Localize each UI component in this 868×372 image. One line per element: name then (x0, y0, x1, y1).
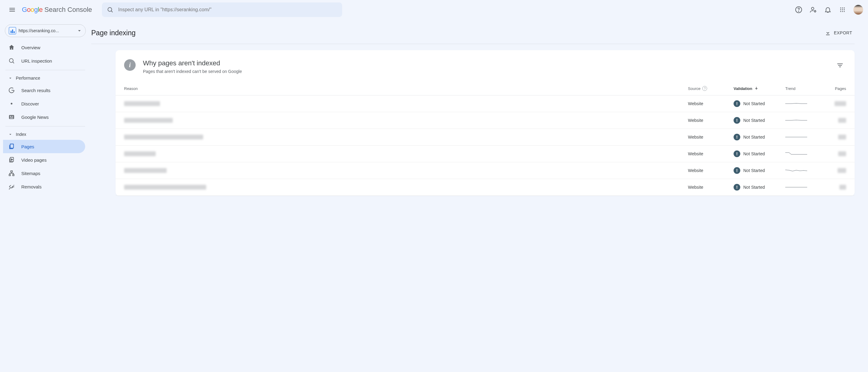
svg-point-5 (840, 8, 841, 8)
notifications-button[interactable] (822, 4, 834, 16)
svg-point-13 (844, 11, 845, 12)
news-icon (8, 114, 15, 121)
sidebar-item-url-inspection[interactable]: URL inspection (3, 54, 85, 67)
chevron-down-icon (8, 76, 13, 80)
download-icon (825, 30, 831, 36)
property-selector[interactable]: https://seranking.co... (5, 24, 86, 37)
svg-point-7 (844, 8, 845, 8)
svg-rect-20 (12, 116, 13, 116)
sidebar-item-removals[interactable]: Removals (3, 180, 85, 193)
column-header-reason[interactable]: Reason (124, 86, 688, 91)
warning-icon: ! (734, 100, 740, 107)
table-row[interactable]: Website !Not Started (116, 179, 855, 196)
sidebar-item-google-news[interactable]: Google News (3, 110, 85, 124)
cell-validation: !Not Started (734, 167, 765, 174)
search-bar[interactable] (102, 2, 342, 17)
search-input[interactable] (118, 7, 340, 12)
sidebar-item-label: Pages (21, 144, 34, 149)
sidebar-section-label: Index (16, 132, 26, 137)
column-header-pages[interactable]: Pages (828, 86, 846, 91)
removals-icon (8, 183, 15, 190)
not-indexed-card: i Why pages aren't indexed Pages that ar… (116, 50, 855, 196)
sidebar-item-video-pages[interactable]: Video pages (3, 153, 85, 167)
sparkline (785, 134, 828, 140)
sidebar-item-label: URL inspection (21, 58, 52, 64)
export-button[interactable]: EXPORT (823, 28, 855, 38)
sidebar-section-index[interactable]: Index (3, 129, 88, 140)
redacted-reason (124, 151, 156, 156)
sidebar-item-sitemaps[interactable]: Sitemaps (3, 167, 85, 180)
sparkline (785, 117, 828, 124)
svg-point-12 (842, 11, 843, 12)
redacted-pages (838, 168, 846, 173)
help-icon[interactable]: ? (702, 86, 707, 91)
column-header-validation[interactable]: Validation (734, 86, 785, 91)
chevron-down-icon (76, 28, 83, 34)
sidebar-item-label: Overview (21, 45, 40, 50)
column-header-source[interactable]: Source ? (688, 86, 734, 91)
sparkline (785, 184, 828, 190)
sidebar-item-label: Search results (21, 88, 51, 93)
svg-rect-26 (13, 174, 14, 176)
search-icon (8, 58, 15, 64)
table-row[interactable]: Website !Not Started (116, 112, 855, 129)
warning-icon: ! (734, 184, 740, 191)
redacted-pages (838, 151, 846, 156)
product-name: Search Console (44, 6, 92, 14)
cell-source: Website (688, 185, 734, 190)
export-label: EXPORT (834, 30, 852, 35)
sidebar-section-label: Performance (16, 76, 40, 80)
filter-button[interactable] (834, 59, 846, 71)
cell-source: Website (688, 118, 734, 123)
apps-button[interactable] (836, 4, 848, 16)
redacted-pages (839, 185, 846, 190)
svg-rect-25 (9, 174, 11, 176)
sidebar-section-performance[interactable]: Performance (3, 73, 88, 83)
avatar[interactable] (854, 5, 863, 14)
sidebar-item-discover[interactable]: Discover (3, 97, 85, 110)
redacted-pages (838, 135, 846, 139)
warning-icon: ! (734, 150, 740, 157)
home-icon (8, 44, 15, 51)
help-button[interactable] (793, 4, 805, 16)
sidebar-item-pages[interactable]: Pages (3, 140, 85, 153)
user-settings-button[interactable] (807, 4, 819, 16)
sidebar-item-overview[interactable]: Overview (3, 41, 85, 54)
chevron-down-icon (8, 132, 13, 137)
warning-icon: ! (734, 134, 740, 140)
card-title: Why pages aren't indexed (143, 59, 834, 67)
menu-button[interactable] (5, 2, 20, 17)
svg-point-3 (811, 7, 814, 10)
property-icon (9, 27, 16, 34)
sidebar-item-search-results[interactable]: Search results (3, 83, 85, 97)
svg-point-6 (842, 8, 843, 8)
table-row[interactable]: Website !Not Started (116, 95, 855, 112)
svg-point-14 (9, 59, 13, 63)
sidebar-item-label: Sitemaps (21, 171, 40, 176)
sidebar-item-label: Video pages (21, 158, 46, 163)
table-row[interactable]: Website !Not Started (116, 129, 855, 145)
sparkline (785, 167, 828, 173)
svg-point-8 (840, 9, 841, 10)
discover-icon (8, 100, 15, 107)
cell-validation: !Not Started (734, 184, 765, 191)
column-header-trend[interactable]: Trend (785, 86, 828, 91)
cell-validation: !Not Started (734, 100, 765, 107)
svg-rect-19 (10, 118, 13, 119)
card-subtitle: Pages that aren't indexed can't be serve… (143, 69, 834, 74)
cell-source: Website (688, 151, 734, 156)
sidebar-item-label: Discover (21, 101, 39, 106)
svg-point-9 (842, 9, 843, 10)
sparkline (785, 101, 828, 107)
svg-point-0 (108, 8, 112, 11)
sidebar-item-label: Removals (21, 184, 42, 189)
table-row[interactable]: Website !Not Started (116, 162, 855, 179)
sitemaps-icon (8, 170, 15, 177)
svg-point-11 (840, 11, 841, 12)
search-icon (107, 6, 114, 13)
logo: Google Search Console (22, 6, 92, 14)
table-row[interactable]: Website !Not Started (116, 145, 855, 162)
info-icon: i (124, 59, 136, 71)
sparkline (785, 151, 828, 157)
svg-rect-22 (10, 144, 13, 148)
